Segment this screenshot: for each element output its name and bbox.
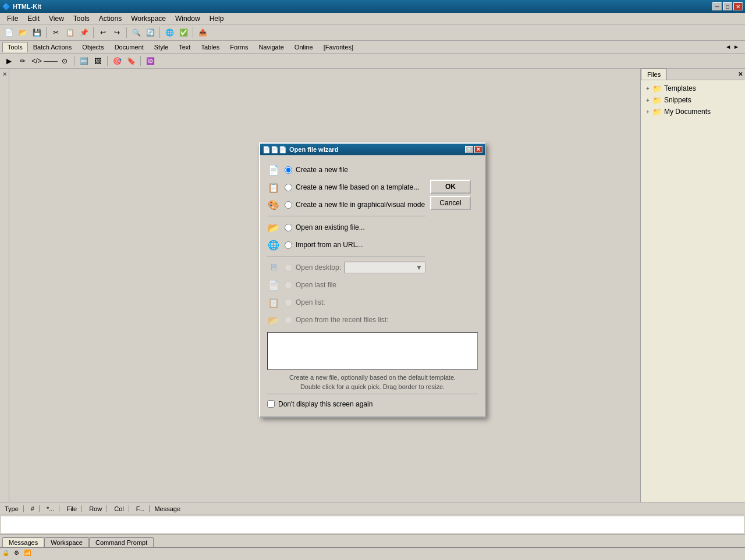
redo-button[interactable]: ↪ [111,26,123,39]
bottom-tab-workspace[interactable]: Workspace [44,537,89,547]
import-url-label[interactable]: Import from an URL... [285,241,425,249]
files-tab[interactable]: Files [641,69,667,80]
sec-btn-6[interactable]: 🔤 [77,55,90,67]
secondary-toolbar: ▶ ✏ </> —— ⊙ 🔤 🖼 🎯 🔖 🆔 [0,53,745,69]
open-recent-label: Open from the recent files list: [285,316,425,324]
create-new-text: Create a new file [296,166,348,174]
graphical-radio[interactable] [285,201,292,209]
tab-online[interactable]: Online [289,42,318,52]
tree-label-my-documents: My Documents [664,108,711,116]
import-url-radio[interactable] [285,241,292,249]
find-replace-button[interactable]: 🔄 [144,26,157,39]
menu-file[interactable]: File [2,13,23,24]
open-desktop-radio [285,264,292,272]
cut-button[interactable]: ✂ [49,26,62,39]
tree-item-my-documents[interactable]: + 📁 My Documents [643,106,743,117]
bottom-tab-command-prompt[interactable]: Command Prompt [89,537,154,547]
dialog-title-bar: 📄📄📄 Open file wizard ? ✕ [260,144,485,155]
sec-btn-10[interactable]: 🆔 [144,55,157,67]
dont-display-checkbox[interactable] [267,400,275,408]
left-panel-close[interactable]: ✕ [2,71,7,77]
open-button[interactable]: 📂 [16,26,29,39]
tab-style[interactable]: Style [149,42,173,52]
close-button[interactable]: ✕ [733,2,743,10]
dialog-help-button[interactable]: ? [465,146,473,153]
tab-favorites[interactable]: [Favorites] [318,42,359,52]
validate-button[interactable]: ✅ [177,26,190,39]
scroll-right-arrow[interactable]: ► [732,44,740,50]
dialog-title-text: Open file wizard [289,146,338,153]
template-label[interactable]: Create a new file based on a template... [285,183,425,191]
dialog-option-create-new: 📄 Create a new file [267,161,425,179]
undo-button[interactable]: ↩ [97,26,109,39]
toolbar-separator-4 [159,27,160,38]
app-title: HTML-Kit [13,3,41,10]
create-new-label[interactable]: Create a new file [285,166,425,174]
sec-btn-8[interactable]: 🎯 [111,55,123,67]
template-radio[interactable] [285,184,292,191]
menu-window[interactable]: Window [171,13,205,24]
expand-snippets[interactable]: + [643,95,652,105]
title-bar-controls: ─ □ ✕ [712,2,743,10]
sec-sep-2 [107,56,108,66]
open-existing-radio[interactable] [285,224,292,231]
cancel-button[interactable]: Cancel [430,196,471,210]
bottom-tab-messages[interactable]: Messages [2,537,44,547]
open-last-label: Open last file [285,281,425,289]
graphical-label[interactable]: Create a new file in graphical/visual mo… [285,201,425,209]
dialog-body: 📄 Create a new file 📋 Create a new file … [260,155,485,416]
toolbar-separator-2 [93,27,94,38]
tab-batch-actions[interactable]: Batch Actions [28,42,77,52]
status-star: *... [44,505,59,512]
create-new-radio[interactable] [285,166,292,174]
expand-templates[interactable]: + [643,84,652,93]
open-list-radio [285,299,292,306]
menu-actions[interactable]: Actions [94,13,126,24]
tab-forms[interactable]: Forms [225,42,253,52]
right-panel-close-button[interactable]: ✕ [736,70,745,79]
status-row: Row [87,505,107,512]
find-button[interactable]: 🔍 [130,26,143,39]
tree-item-snippets[interactable]: + 📁 Snippets [643,94,743,106]
menu-edit[interactable]: Edit [23,13,44,24]
copy-button[interactable]: 📋 [63,26,76,39]
new-button[interactable]: 📄 [2,26,15,39]
menu-tools[interactable]: Tools [69,13,94,24]
open-desktop-label: Open desktop: [285,263,341,272]
ok-button[interactable]: OK [430,180,471,194]
tab-document[interactable]: Document [109,42,149,52]
tab-objects[interactable]: Objects [77,42,109,52]
sec-btn-1[interactable]: ▶ [2,55,15,67]
status-icon-3: 📶 [24,550,31,556]
tab-navigate[interactable]: Navigate [253,42,289,52]
scroll-left-arrow[interactable]: ◄ [724,44,732,50]
menu-view[interactable]: View [44,13,69,24]
menu-help[interactable]: Help [205,13,229,24]
tab-text[interactable]: Text [173,42,196,52]
expand-my-documents[interactable]: + [643,107,652,116]
tab-tools[interactable]: Tools [2,42,28,52]
dialog-close-button[interactable]: ✕ [474,146,483,153]
sec-btn-9[interactable]: 🔖 [125,55,137,67]
maximize-button[interactable]: □ [723,2,732,10]
sec-btn-4[interactable]: —— [44,55,57,67]
open-existing-label[interactable]: Open an existing file... [285,223,425,231]
save-button[interactable]: 💾 [30,26,43,39]
open-last-text: Open last file [296,281,336,289]
menu-workspace[interactable]: Workspace [126,13,171,24]
folder-icon-snippets: 📁 [652,95,662,105]
dont-display-label: Don't display this screen again [278,400,372,408]
tree-item-templates[interactable]: + 📁 Templates [643,83,743,94]
publish-button[interactable]: 📤 [196,26,209,39]
sec-btn-7[interactable]: 🖼 [91,55,104,67]
paste-button[interactable]: 📌 [77,26,90,39]
title-bar: 🔷 HTML-Kit ─ □ ✕ [0,0,745,13]
tab-toolbar: Tools Batch Actions Objects Document Sty… [0,41,745,53]
preview-button[interactable]: 🌐 [163,26,176,39]
sec-btn-5[interactable]: ⊙ [58,55,71,67]
status-icon-2: ⚙ [14,550,19,556]
minimize-button[interactable]: ─ [712,2,722,10]
sec-btn-2[interactable]: ✏ [16,55,29,67]
tab-tables[interactable]: Tables [196,42,225,52]
sec-btn-3[interactable]: </> [30,55,43,67]
